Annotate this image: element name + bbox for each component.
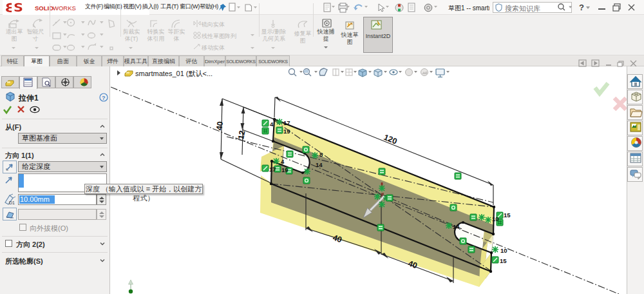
svg-text:40: 40 [407,259,419,271]
svg-text:40: 40 [332,233,343,245]
svg-text:4: 4 [281,158,285,165]
svg-text:120: 120 [383,133,399,146]
svg-text:40: 40 [214,121,225,131]
svg-text:14: 14 [453,223,460,230]
svg-text:19: 19 [283,128,290,135]
svg-text:15: 15 [500,257,507,264]
svg-text:17: 17 [283,119,290,126]
svg-text:smartmates_01 (默认<...: smartmates_01 (默认<... [135,70,213,77]
svg-text:19: 19 [281,166,289,173]
svg-text:草图1 -- smartm...: 草图1 -- smartm... [448,5,489,12]
svg-text:10: 10 [500,247,507,254]
svg-text:?: ? [102,95,106,101]
svg-text:SOLID: SOLID [35,5,53,12]
svg-text:12: 12 [236,130,247,140]
svg-text:D1: D1 [9,201,15,205]
svg-text:17: 17 [269,166,276,173]
svg-text:4: 4 [270,121,274,128]
svg-text:WORKS: WORKS [53,5,76,12]
svg-text:15: 15 [504,211,511,219]
svg-text:10: 10 [492,215,499,222]
svg-text:8: 8 [319,151,323,158]
svg-text:14: 14 [316,161,323,168]
